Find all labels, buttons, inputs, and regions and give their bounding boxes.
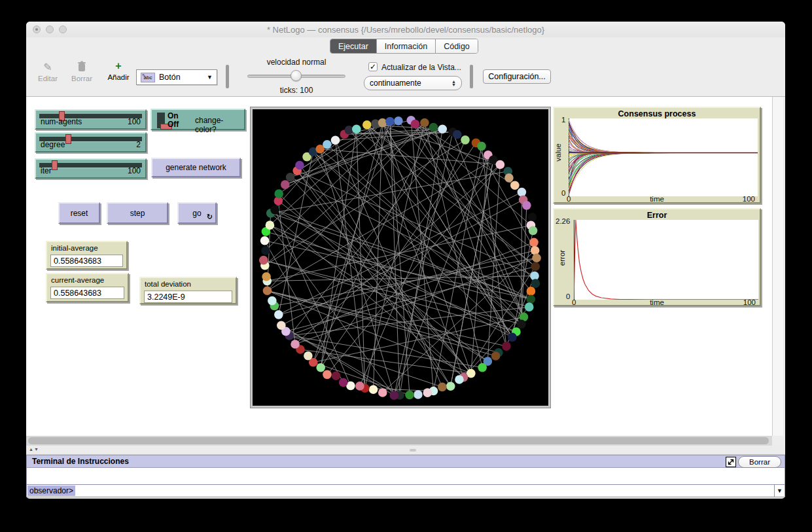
vertical-scrollbar[interactable]: [772, 97, 783, 436]
step-button[interactable]: step: [107, 202, 168, 224]
slider-label: iter: [41, 166, 52, 175]
slider-degree[interactable]: degree 2: [35, 132, 147, 152]
slider-value: 2: [136, 140, 141, 149]
slider-handle[interactable]: [65, 134, 71, 144]
plot-title: Consensus process: [554, 109, 760, 118]
command-center-title: Terminal de Instrucciones: [32, 457, 129, 466]
add-button-label: Añadir: [103, 73, 134, 81]
plot-consensus-process: Consensus process 1 0 value 0 time 100: [553, 107, 761, 204]
update-mode-select[interactable]: continuamente ▲▼: [364, 76, 462, 90]
monitor-total-deviation: total deviation 3.2249E-9: [139, 277, 237, 304]
plot-title: Error: [554, 211, 760, 220]
title-bar[interactable]: * NetLogo — consensus {/Users/mrebollo/d…: [26, 22, 785, 37]
clear-terminal-button[interactable]: Borrar: [738, 456, 781, 468]
add-widget-button[interactable]: + Añadir: [103, 60, 134, 81]
error-plot-area: [574, 220, 758, 300]
slider-label: degree: [41, 140, 65, 149]
slider-iter[interactable]: iter 100: [35, 158, 147, 179]
splitter-arrows-icon[interactable]: ▲▼: [29, 447, 39, 452]
monitor-label: initial-average: [51, 244, 98, 252]
button-widget-icon: ✎abc: [141, 73, 155, 82]
network-graph: [253, 109, 548, 406]
edit-button[interactable]: ✎ Editar: [32, 61, 63, 82]
x-axis-label: time: [554, 298, 760, 306]
slider-value: 100: [128, 166, 141, 175]
delete-button-label: Borrar: [66, 75, 97, 82]
pencil-icon: ✎: [32, 61, 63, 73]
y-axis-label: error: [558, 250, 566, 266]
export-icon[interactable]: [726, 457, 736, 467]
consensus-plot-area: [569, 118, 758, 196]
command-center-header: Terminal de Instrucciones Borrar: [26, 455, 785, 468]
edit-button-label: Editar: [32, 75, 63, 82]
command-input[interactable]: [75, 485, 774, 497]
tab-bar: Ejecutar Información Código: [26, 37, 785, 55]
speed-slider-label: velocidad normal: [247, 58, 345, 67]
trash-icon: [66, 61, 97, 73]
monitor-current-average: current-average 0.558643683: [46, 273, 129, 302]
slider-num-agents[interactable]: num-agents 100: [35, 109, 147, 130]
switch-change-color[interactable]: On Off change-color?: [150, 109, 245, 130]
delete-button[interactable]: Borrar: [66, 61, 97, 82]
monitor-label: total deviation: [145, 280, 191, 288]
forever-icon: ↻: [207, 213, 213, 221]
toolbar-separator-2: [470, 65, 473, 88]
settings-button[interactable]: Configuración...: [483, 69, 551, 84]
switch-off-label: Off: [168, 120, 179, 129]
history-dropdown[interactable]: ▼: [774, 485, 785, 497]
toolbar: ✎ Editar Borrar + Añadir ✎abc Botón ▼ ve…: [26, 55, 785, 97]
speed-slider-thumb[interactable]: [291, 70, 302, 81]
y-max-tick: 1: [561, 116, 565, 124]
widget-type-dropdown[interactable]: ✎abc Botón ▼: [136, 69, 217, 85]
observer-prompt: observador>: [27, 486, 75, 496]
monitor-label: current-average: [51, 276, 104, 284]
x-max-tick: 100: [743, 195, 755, 203]
horizontal-scrollbar[interactable]: [26, 436, 772, 446]
slider-groove: [39, 163, 142, 168]
tab-group: Ejecutar Información Código: [330, 39, 478, 54]
monitor-initial-average: initial-average 0.558643683: [46, 241, 128, 270]
switch-label: change-color?: [195, 116, 244, 134]
view-updates-checkbox[interactable]: ✓: [368, 62, 378, 71]
horizontal-scrollbar-thumb[interactable]: [28, 437, 769, 444]
command-line: observador> ▼: [26, 484, 785, 497]
widget-type-value: Botón: [159, 73, 181, 82]
splitter-handle[interactable]: [410, 449, 416, 452]
tab-ejecutar[interactable]: Ejecutar: [330, 39, 377, 53]
switch-on-label: On: [168, 111, 179, 120]
x-axis-label: time: [554, 195, 760, 203]
monitor-value: 0.558643683: [50, 287, 124, 299]
go-forever-button[interactable]: go ↻: [177, 202, 217, 224]
update-mode-value: continuamente: [370, 79, 421, 88]
plus-icon: +: [103, 60, 134, 72]
terminal-output: [26, 468, 785, 484]
dropdown-arrow-icon: ▼: [207, 74, 213, 80]
window-title: * NetLogo — consensus {/Users/mrebollo/d…: [26, 25, 785, 35]
netlogo-window: * NetLogo — consensus {/Users/mrebollo/d…: [26, 22, 785, 499]
slider-handle[interactable]: [52, 160, 58, 170]
slider-value: 100: [128, 117, 141, 126]
x-max-tick: 100: [743, 298, 756, 306]
toolbar-separator: [226, 65, 229, 88]
tab-informacion[interactable]: Información: [377, 39, 436, 53]
stepper-arrows-icon: ▲▼: [451, 80, 456, 86]
monitor-value: 0.558643683: [50, 255, 123, 267]
monitor-value: 3.2249E-9: [144, 291, 232, 303]
y-max-tick: 2.26: [556, 217, 570, 225]
switch-track: [157, 113, 165, 128]
view-updates-label: Actualizar de la Vista...: [381, 63, 461, 72]
world-view[interactable]: [251, 107, 550, 408]
tab-codigo[interactable]: Código: [436, 39, 478, 53]
go-button-label: go: [192, 209, 201, 218]
y-axis-label: value: [554, 143, 562, 162]
plot-error: Error 2.26 0 error 0 time 100: [553, 208, 761, 306]
panel-splitter[interactable]: ▲▼: [26, 446, 785, 455]
reset-button[interactable]: reset: [58, 202, 100, 224]
slider-label: num-agents: [41, 117, 82, 126]
desktop-background: * NetLogo — consensus {/Users/mrebollo/d…: [0, 0, 812, 532]
ticks-counter: ticks: 100: [247, 86, 345, 95]
generate-network-button[interactable]: generate network: [151, 158, 241, 177]
